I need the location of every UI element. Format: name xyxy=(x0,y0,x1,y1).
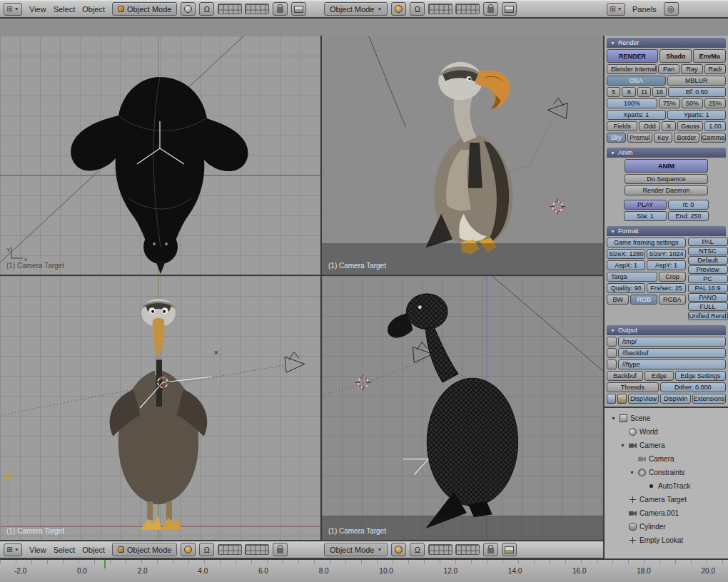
size-percent-button[interactable]: 50% xyxy=(682,98,703,108)
viewport-3d-top[interactable]: y x (1) Camera Target xyxy=(0,36,320,275)
panels-menu[interactable]: Panels xyxy=(629,5,660,14)
viewport-menu-item[interactable]: Object xyxy=(79,546,108,554)
xparts-field[interactable]: Xparts: 1 xyxy=(607,110,666,120)
expand-arrow-icon[interactable]: ▼ xyxy=(610,416,617,421)
mblur-toggle[interactable]: MBLUR xyxy=(667,76,727,86)
lock-button[interactable] xyxy=(273,543,288,556)
osa-value-button[interactable]: 5 xyxy=(607,87,620,97)
viewport-menu-item[interactable]: Select xyxy=(50,546,79,554)
vulture-shaded[interactable] xyxy=(425,62,512,255)
proportional-edit-button[interactable]: Ω xyxy=(199,543,214,556)
anim-panel-header[interactable]: ▼Anim xyxy=(607,148,726,158)
game-framing-button[interactable]: Game framing settings xyxy=(607,238,686,247)
viewport-menu-item[interactable]: Select xyxy=(50,5,79,14)
render-button[interactable]: RENDER xyxy=(607,49,658,63)
editor-type-button[interactable]: ⊞ ▼ xyxy=(4,543,22,556)
object-mode-dropdown-bl[interactable]: Object Mode xyxy=(112,543,177,556)
sizex-field[interactable]: SizeX: 1280 xyxy=(607,249,645,259)
threads-toggle[interactable]: Threads xyxy=(607,382,659,392)
size-100-button[interactable]: 100% xyxy=(607,98,657,108)
format-preset-button[interactable]: Preview xyxy=(688,265,728,274)
layer-grid-left[interactable] xyxy=(428,4,453,14)
edge-toggle[interactable]: Edge xyxy=(644,371,674,381)
format-preset-button[interactable]: PC xyxy=(688,275,728,283)
layer-grid-left[interactable] xyxy=(428,544,453,555)
rt-field[interactable]: rt: 0 xyxy=(668,200,709,210)
outliner-row[interactable]: World xyxy=(605,425,728,439)
draw-mode-button[interactable] xyxy=(181,543,196,556)
render-daemon-toggle[interactable]: Render Daemon xyxy=(625,185,708,195)
pano-toggle[interactable]: Pan xyxy=(658,64,679,74)
edge-settings-button[interactable]: Edge Settings xyxy=(675,371,726,381)
camera-object[interactable] xyxy=(285,352,305,372)
envmap-toggle[interactable]: EnvMa xyxy=(693,49,726,63)
render-preview-button[interactable] xyxy=(502,2,517,16)
format-preset-button[interactable]: PANO xyxy=(688,293,728,302)
viewport-3d-side[interactable]: (1) Camera Target xyxy=(320,275,603,540)
filetype-dropdown[interactable]: Targa xyxy=(607,272,657,282)
dispwin-toggle[interactable]: DispWin xyxy=(660,394,691,404)
backbuf-toggle[interactable]: Backbuf xyxy=(607,371,643,381)
gamma-toggle[interactable]: Gamma xyxy=(701,133,726,143)
extensions-toggle[interactable]: Extensions xyxy=(692,394,726,404)
proportional-edit-button[interactable]: Ω xyxy=(410,2,425,16)
do-sequence-toggle[interactable]: Do Sequence xyxy=(625,174,708,184)
anim-button[interactable]: ANIM xyxy=(625,159,708,173)
sizey-field[interactable]: SizeY: 1024 xyxy=(647,249,685,259)
camera-object[interactable] xyxy=(547,98,567,118)
layer-buttons[interactable] xyxy=(428,4,480,14)
lock-button[interactable] xyxy=(483,2,498,16)
ray-toggle[interactable]: Ray xyxy=(681,64,702,74)
start-frame-field[interactable]: Sta: 1 xyxy=(624,211,667,221)
editor-type-button[interactable]: ⊞ ▼ xyxy=(4,3,22,16)
color-swatch-button[interactable] xyxy=(607,394,616,404)
layer-buttons[interactable] xyxy=(218,4,269,14)
object-mode-dropdown-tr[interactable]: Object Mode ▼ xyxy=(324,2,388,16)
yparts-field[interactable]: Yparts: 1 xyxy=(667,110,727,120)
format-preset-button[interactable]: NTSC xyxy=(688,247,728,255)
viewport-menu-item[interactable]: View xyxy=(26,546,50,554)
odd-toggle[interactable]: Odd xyxy=(639,121,660,131)
gauss-toggle[interactable]: Gauss xyxy=(677,121,704,131)
outliner-row[interactable]: Empty Lookat xyxy=(605,534,728,547)
draw-mode-button[interactable] xyxy=(391,2,406,16)
file-browse-button[interactable] xyxy=(607,348,617,358)
editor-type-button[interactable]: ⊞ ▼ xyxy=(607,3,625,16)
radio-toggle[interactable]: Radi xyxy=(704,64,726,74)
lock-button[interactable] xyxy=(483,543,498,556)
outliner-row[interactable]: ▼ Constraints xyxy=(605,466,728,479)
outliner-row[interactable]: ▼ Scene xyxy=(605,412,728,425)
proportional-edit-button[interactable]: Ω xyxy=(410,543,425,556)
size-percent-button[interactable]: 75% xyxy=(659,98,680,108)
viewport-menu-item[interactable]: View xyxy=(26,5,50,14)
gauss-value-field[interactable]: 1.00 xyxy=(704,121,726,131)
dispview-toggle[interactable]: DispView xyxy=(628,394,659,404)
render-preview-button[interactable] xyxy=(502,543,517,556)
key-toggle[interactable]: Key xyxy=(654,133,673,143)
outliner-row[interactable]: ▼ Camera xyxy=(605,439,728,452)
rgba-toggle[interactable]: RGBA xyxy=(659,295,686,305)
output-panel-header[interactable]: ▼Output xyxy=(607,325,726,335)
viewport-3d-front[interactable]: × (1) Camera Target xyxy=(0,275,320,540)
aspx-field[interactable]: AspX: 1 xyxy=(607,260,645,270)
premul-toggle[interactable]: Premul xyxy=(627,133,652,143)
draw-mode-button[interactable] xyxy=(391,543,406,556)
layer-grid-right[interactable] xyxy=(455,4,480,14)
panel-view-button[interactable]: ◎ xyxy=(664,2,679,16)
draw-mode-button[interactable] xyxy=(181,2,196,16)
end-frame-field[interactable]: End: 250 xyxy=(668,211,709,221)
size-percent-button[interactable]: 25% xyxy=(704,98,726,108)
expand-arrow-icon[interactable]: ▼ xyxy=(620,443,626,448)
outliner-row[interactable]: Camera xyxy=(605,452,728,466)
outliner-row[interactable]: Camera Target xyxy=(605,493,728,506)
lock-button[interactable] xyxy=(273,2,288,16)
viewport-menu-item[interactable]: Object xyxy=(79,5,108,14)
bw-toggle[interactable]: BW xyxy=(607,295,629,305)
output-path-field[interactable]: //ftype xyxy=(618,359,726,369)
transform-widget[interactable] xyxy=(403,459,428,475)
outliner-row[interactable]: Cylinder xyxy=(605,520,728,534)
osa-value-button[interactable]: 8 xyxy=(622,87,635,97)
empty-object[interactable] xyxy=(5,474,11,479)
layer-grid-left[interactable] xyxy=(218,4,242,14)
output-path-field[interactable]: /tmp/ xyxy=(618,337,726,347)
